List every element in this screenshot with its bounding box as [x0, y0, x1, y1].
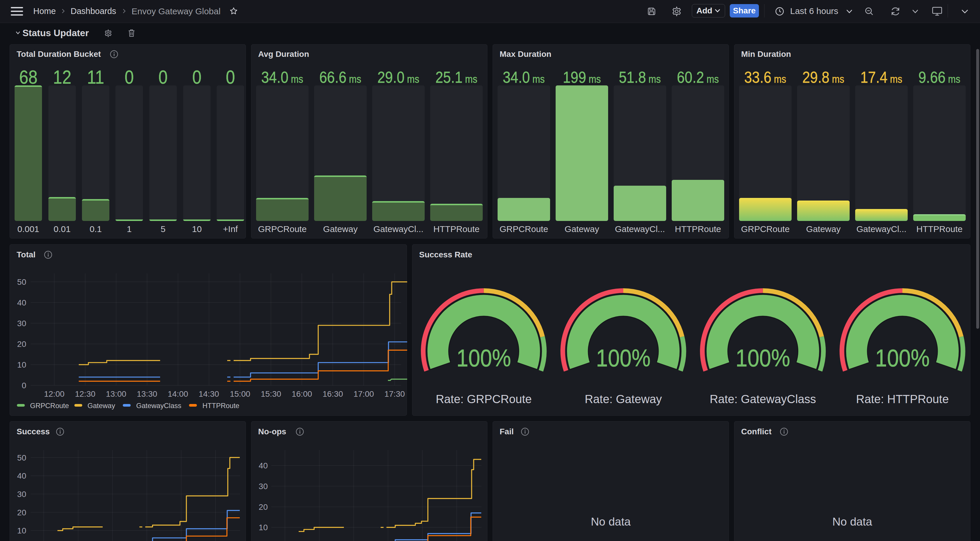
svg-text:20: 20	[259, 503, 268, 512]
svg-text:10: 10	[259, 523, 268, 532]
svg-text:40: 40	[259, 461, 268, 470]
svg-text:30: 30	[259, 482, 268, 491]
